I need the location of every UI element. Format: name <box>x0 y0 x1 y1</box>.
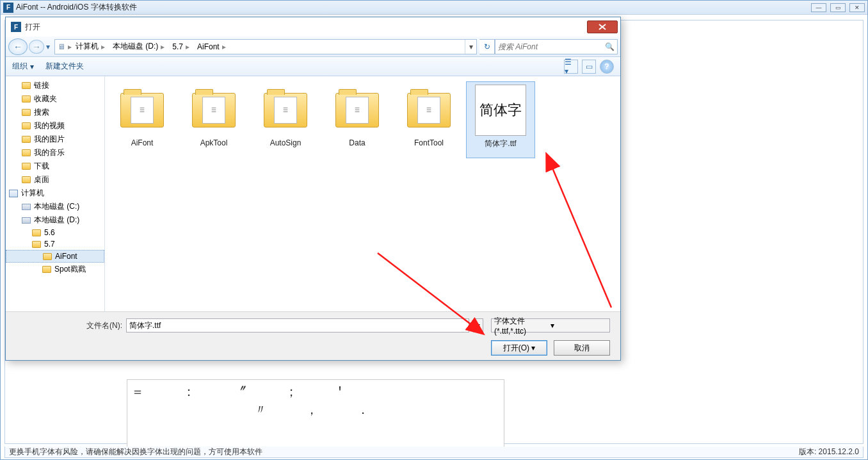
dialog-toolbar: 组织▾ 新建文件夹 ☰ ▾ ▭ ? <box>6 57 620 76</box>
tree-item[interactable]: 桌面 <box>6 173 104 186</box>
tree-item-label: 我的图片 <box>34 134 65 145</box>
app-title: AiFont -- Android/iOS 字体转换软件 <box>16 2 811 13</box>
tree-item-label: 桌面 <box>34 174 49 185</box>
tree-item[interactable]: AiFont <box>6 250 104 263</box>
folder-icon: ☰ <box>188 85 239 136</box>
folder-icon <box>21 108 31 117</box>
tree-item-label: 本地磁盘 (C:) <box>34 201 79 212</box>
dialog-nav-bar: ← → ▾ 🖥 ▸ 计算机▸ 本地磁盘 (D:)▸ 5.7▸ AiFont▸ ▾… <box>6 37 620 57</box>
maximize-button[interactable]: ▭ <box>830 3 846 12</box>
breadcrumb-seg-0[interactable]: 计算机▸ <box>72 41 109 52</box>
search-input[interactable] <box>498 42 605 51</box>
dialog-close-button[interactable] <box>587 21 618 33</box>
tree-item[interactable]: 计算机 <box>6 186 104 200</box>
file-item-font[interactable]: 简体字简体字.ttf <box>466 81 535 158</box>
tree-item[interactable]: 5.6 <box>6 227 104 238</box>
tree-item-label: Spot戳戳 <box>54 264 86 275</box>
breadcrumb-seg-2[interactable]: 5.7▸ <box>168 42 193 51</box>
filename-input[interactable] <box>126 318 469 333</box>
file-item-label: Data <box>326 136 389 147</box>
file-item-folder[interactable]: ☰ApkTool <box>179 81 248 158</box>
chevron-down-icon: ▾ <box>30 62 34 71</box>
view-mode-button[interactable]: ☰ ▾ <box>564 60 578 74</box>
file-item-label: FontTool <box>398 136 460 147</box>
tree-item-label: 收藏夹 <box>34 94 57 104</box>
folder-icon <box>42 265 52 274</box>
folder-icon <box>21 81 31 90</box>
folder-icon: ☰ <box>403 85 454 136</box>
filename-label: 文件名(N): <box>16 320 122 331</box>
file-item-folder[interactable]: ☰Data <box>323 81 392 158</box>
filename-dropdown[interactable]: ▾ <box>473 318 483 333</box>
computer-icon <box>8 189 19 198</box>
file-list-pane[interactable]: ☰AiFont☰ApkTool☰AutoSign☰Data☰FontTool简体… <box>105 76 620 311</box>
dialog-titlebar[interactable]: F 打开 <box>6 17 620 37</box>
breadcrumb-bar[interactable]: 🖥 ▸ 计算机▸ 本地磁盘 (D:)▸ 5.7▸ AiFont▸ ▾ <box>54 39 477 54</box>
tree-item[interactable]: 本地磁盘 (D:) <box>6 213 104 227</box>
tree-item-label: 我的音乐 <box>34 147 65 158</box>
folder-icon <box>21 149 31 158</box>
folder-icon <box>31 228 42 237</box>
tree-item[interactable]: 5.7 <box>6 238 104 250</box>
folder-icon <box>21 162 31 171</box>
tree-item[interactable]: 搜索 <box>6 106 104 119</box>
status-version: 版本: 2015.12.2.0 <box>799 447 859 457</box>
folder-icon <box>21 122 31 131</box>
dialog-icon: F <box>11 22 21 32</box>
tree-item[interactable]: Spot戳戳 <box>6 263 104 276</box>
tree-item-label: 5.7 <box>44 240 55 249</box>
folder-icon: ☰ <box>332 85 383 136</box>
minimize-button[interactable]: — <box>811 3 826 12</box>
tree-item[interactable]: 收藏夹 <box>6 92 104 106</box>
back-button[interactable]: ← <box>8 38 28 55</box>
folder-icon <box>21 176 31 185</box>
dialog-content: 链接收藏夹搜索我的视频我的图片我的音乐下载桌面计算机本地磁盘 (C:)本地磁盘 … <box>6 76 620 311</box>
tree-item-label: 计算机 <box>21 188 44 199</box>
cancel-button[interactable]: 取消 <box>554 340 610 356</box>
file-item-folder[interactable]: ☰AiFont <box>108 81 177 158</box>
tree-item[interactable]: 我的图片 <box>6 133 104 146</box>
file-item-folder[interactable]: ☰FontTool <box>394 81 463 158</box>
tree-item-label: 5.6 <box>44 228 55 237</box>
status-warning: 更换手机字体有风险，请确保能解决因换字体出现的问题，方可使用本软件 <box>9 447 799 457</box>
file-item-label: ApkTool <box>182 136 245 147</box>
file-type-filter[interactable]: 字体文件(*.ttf,*.ttc)▾ <box>491 318 610 333</box>
app-titlebar: F AiFont -- Android/iOS 字体转换软件 — ▭ ✕ <box>1 1 867 15</box>
breadcrumb-seg-1[interactable]: 本地磁盘 (D:)▸ <box>109 41 168 52</box>
tree-item[interactable]: 链接 <box>6 79 104 92</box>
new-folder-button[interactable]: 新建文件夹 <box>45 61 84 72</box>
breadcrumb-seg-3[interactable]: AiFont▸ <box>193 42 230 51</box>
organize-button[interactable]: 组织▾ <box>12 61 34 72</box>
file-item-label: AiFont <box>111 136 173 147</box>
tree-item[interactable]: 我的视频 <box>6 119 104 133</box>
close-button[interactable]: ✕ <box>849 3 865 12</box>
history-dropdown[interactable]: ▾ <box>44 38 52 55</box>
preview-panel: ＝ ： 〞 ； ' 〃 ， ． <box>127 379 504 450</box>
preview-pane-button[interactable]: ▭ <box>582 60 596 74</box>
folder-icon <box>31 240 42 249</box>
computer-icon: 🖥 <box>55 42 68 51</box>
status-bar: 更换手机字体有风险，请确保能解决因换字体出现的问题，方可使用本软件 版本: 20… <box>4 447 864 458</box>
refresh-button[interactable]: ↻ <box>479 39 495 54</box>
forward-button[interactable]: → <box>29 40 44 54</box>
open-file-dialog: F 打开 ← → ▾ 🖥 ▸ 计算机▸ 本地磁盘 (D:)▸ 5.7▸ AiFo… <box>5 17 621 361</box>
font-file-icon: 简体字 <box>475 85 526 136</box>
app-icon: F <box>3 3 13 13</box>
dialog-bottom-panel: 文件名(N): ▾ 字体文件(*.ttf,*.ttc)▾ 打开(O) ▾ 取消 <box>6 311 620 360</box>
tree-item-label: 链接 <box>34 80 49 91</box>
breadcrumb-dropdown[interactable]: ▾ <box>465 40 476 54</box>
file-item-label: AutoSign <box>254 136 317 147</box>
search-icon[interactable]: 🔍 <box>605 42 615 51</box>
help-button[interactable]: ? <box>600 60 614 74</box>
folder-icon: ☰ <box>117 85 168 136</box>
folder-icon: ☰ <box>260 85 311 136</box>
file-item-folder[interactable]: ☰AutoSign <box>251 81 320 158</box>
drive-icon <box>21 202 31 211</box>
tree-item-label: 搜索 <box>34 107 49 118</box>
folder-tree[interactable]: 链接收藏夹搜索我的视频我的图片我的音乐下载桌面计算机本地磁盘 (C:)本地磁盘 … <box>6 76 105 311</box>
tree-item[interactable]: 我的音乐 <box>6 146 104 160</box>
open-button[interactable]: 打开(O) ▾ <box>491 340 547 356</box>
tree-item[interactable]: 下载 <box>6 160 104 173</box>
search-box[interactable]: 🔍 <box>495 39 618 54</box>
tree-item[interactable]: 本地磁盘 (C:) <box>6 200 104 213</box>
